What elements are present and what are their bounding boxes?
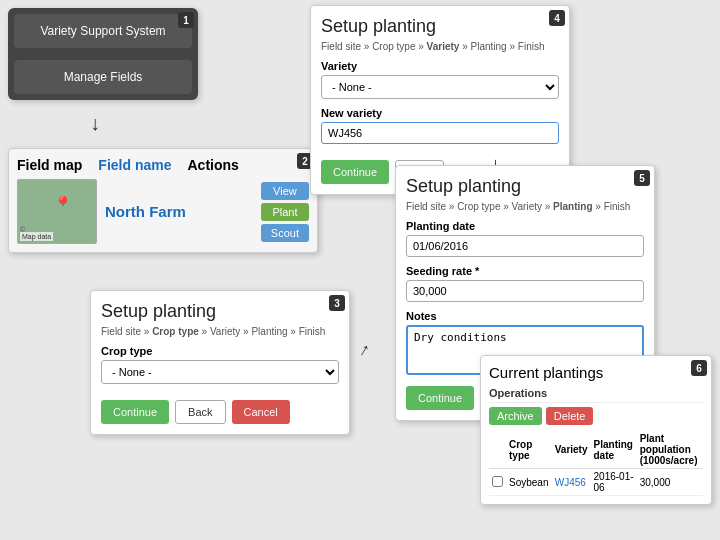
col-planting-date: Planting date — [591, 431, 637, 469]
back-button-3[interactable]: Back — [175, 400, 225, 424]
delete-button[interactable]: Delete — [546, 407, 594, 425]
step-badge-4: 4 — [549, 10, 565, 26]
new-variety-label: New variety — [321, 107, 559, 119]
panel-current-plantings: 6 Current plantings Operations Archive D… — [480, 355, 712, 505]
map-thumbnail: 📍 © Map data — [17, 179, 97, 244]
variety-support-button[interactable]: Variety Support System — [14, 14, 192, 48]
planting-date-input[interactable] — [406, 235, 644, 257]
continue-button-3[interactable]: Continue — [101, 400, 169, 424]
cancel-button-3[interactable]: Cancel — [232, 400, 290, 424]
manage-fields-button[interactable]: Manage Fields — [14, 60, 192, 94]
arrow-3: → — [350, 337, 377, 363]
panel-setup-crop-type: 3 Setup planting Field site » Crop type … — [90, 290, 350, 435]
crop-type-label: Crop type — [101, 345, 339, 357]
notes-label: Notes — [406, 310, 644, 322]
action-buttons-group: View Plant Scout — [261, 182, 309, 242]
actions-header: Actions — [188, 157, 239, 173]
archive-button[interactable]: Archive — [489, 407, 542, 425]
crop-type-cell: Soybean — [506, 469, 552, 496]
step-badge-3: 3 — [329, 295, 345, 311]
map-pin-icon: 📍 — [53, 195, 73, 214]
continue-button-4[interactable]: Continue — [321, 160, 389, 184]
breadcrumb-3: Field site » Crop type » Variety » Plant… — [101, 326, 339, 337]
field-map-header: Field map — [17, 157, 82, 173]
variety-link[interactable]: WJ456 — [555, 477, 586, 488]
variety-label: Variety — [321, 60, 559, 72]
variety-select[interactable]: - None - — [321, 75, 559, 99]
step-badge-1: 1 — [178, 12, 194, 28]
crop-type-select[interactable]: - None - — [101, 360, 339, 384]
setup-planting-title-4: Setup planting — [321, 16, 559, 37]
seeding-rate-label: Seeding rate * — [406, 265, 644, 277]
col-variety: Variety — [552, 431, 591, 469]
population-cell: 30,000 — [637, 469, 703, 496]
col-check — [489, 431, 506, 469]
continue-button-5[interactable]: Continue — [406, 386, 474, 410]
north-farm-label: North Farm — [105, 203, 253, 220]
step-badge-5: 5 — [634, 170, 650, 186]
new-variety-input[interactable] — [321, 122, 559, 144]
view-button[interactable]: View — [261, 182, 309, 200]
operations-label: Operations — [489, 387, 703, 403]
variety-cell: WJ456 — [552, 469, 591, 496]
table-row: Soybean WJ456 2016-01-06 30,000 — [489, 469, 703, 496]
col-population: Plant population (1000s/acre) — [637, 431, 703, 469]
panel-variety-support: 1 Variety Support System Manage Fields — [8, 8, 198, 100]
breadcrumb-5: Field site » Crop type » Variety » Plant… — [406, 201, 644, 212]
arrow-1: ↓ — [90, 112, 100, 135]
planting-date-label: Planting date — [406, 220, 644, 232]
panel-field-map: 2 Field map Field name Actions 📍 © Map d… — [8, 148, 318, 253]
breadcrumb-4: Field site » Crop type » Variety » Plant… — [321, 41, 559, 52]
plantings-table: Crop type Variety Planting date Plant po… — [489, 431, 703, 496]
seeding-rate-input[interactable] — [406, 280, 644, 302]
setup-planting-title-3: Setup planting — [101, 301, 339, 322]
setup-planting-title-5: Setup planting — [406, 176, 644, 197]
field-name-header: Field name — [98, 157, 171, 173]
step-badge-6: 6 — [691, 360, 707, 376]
current-plantings-title: Current plantings — [489, 364, 703, 381]
planting-date-cell: 2016-01-06 — [591, 469, 637, 496]
row-checkbox[interactable] — [492, 476, 503, 487]
map-label: Map data — [20, 232, 53, 241]
scout-button[interactable]: Scout — [261, 224, 309, 242]
plant-button[interactable]: Plant — [261, 203, 309, 221]
col-crop-type: Crop type — [506, 431, 552, 469]
